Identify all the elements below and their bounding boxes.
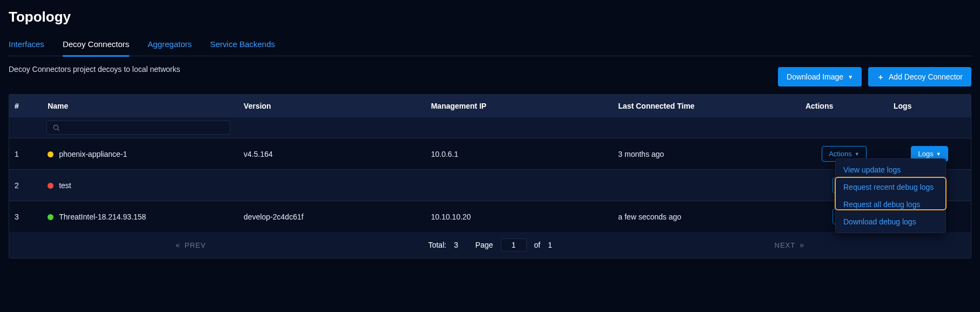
search-icon <box>52 124 60 131</box>
row-version <box>238 170 426 201</box>
menu-view-update-logs[interactable]: View update logs <box>836 161 945 178</box>
col-header-num[interactable]: # <box>9 95 42 117</box>
status-dot-icon <box>48 183 53 189</box>
tab-aggregators[interactable]: Aggregators <box>147 35 192 56</box>
name-search-input[interactable] <box>46 121 230 135</box>
add-connector-label: Add Decoy Connector <box>889 72 963 81</box>
download-image-button[interactable]: Download Image ▼ <box>778 67 862 87</box>
logs-label: Logs <box>918 150 933 158</box>
caret-down-icon: ▼ <box>848 74 853 80</box>
col-header-logs: Logs <box>888 95 971 117</box>
col-header-mgmt-ip[interactable]: Management IP <box>426 95 613 117</box>
row-num: 2 <box>9 170 42 201</box>
table-row: 2 test Ac <box>9 170 971 201</box>
row-ip <box>426 170 613 201</box>
row-name: test <box>59 181 71 190</box>
row-num: 3 <box>9 201 42 233</box>
row-time: 3 months ago <box>613 138 800 170</box>
caret-down-icon: ▼ <box>855 151 860 157</box>
row-num: 1 <box>9 138 42 170</box>
page-label: Page <box>475 241 493 249</box>
chevron-left-icon: « <box>176 241 180 249</box>
status-dot-icon <box>48 151 53 157</box>
of-label: of <box>534 241 541 249</box>
connectors-table-wrap: # Name Version Management IP Last Connec… <box>9 94 971 258</box>
col-header-last-connected[interactable]: Last Connected Time <box>613 95 800 117</box>
row-ip: 10.10.10.20 <box>426 201 613 233</box>
status-dot-icon <box>48 214 53 220</box>
total-label: Total: <box>428 241 446 249</box>
add-decoy-connector-button[interactable]: ＋ Add Decoy Connector <box>868 67 971 87</box>
svg-line-1 <box>58 129 59 131</box>
total-value: 3 <box>454 241 458 249</box>
table-row: 1 phoenix-appliance-1 v4.5.164 10.0.6.1 … <box>9 138 971 170</box>
tab-bar: Interfaces Decoy Connectors Aggregators … <box>9 35 971 56</box>
col-header-version[interactable]: Version <box>238 95 426 117</box>
plus-icon: ＋ <box>877 73 884 81</box>
menu-request-all-debug-logs[interactable]: Request all debug logs <box>836 196 945 213</box>
page-title: Topology <box>9 9 971 25</box>
download-image-label: Download Image <box>787 72 843 81</box>
row-time: a few seconds ago <box>613 201 800 233</box>
menu-request-recent-debug-logs[interactable]: Request recent debug logs <box>836 178 945 196</box>
caret-down-icon: ▼ <box>936 151 941 157</box>
next-page-button[interactable]: NEXT » <box>775 241 804 249</box>
connectors-table: # Name Version Management IP Last Connec… <box>9 95 971 258</box>
logs-dropdown-menu: View update logs Request recent debug lo… <box>835 158 946 233</box>
actions-label: Actions <box>829 150 852 158</box>
col-header-actions: Actions <box>800 95 888 117</box>
tab-decoy-connectors[interactable]: Decoy Connectors <box>63 35 129 57</box>
row-time <box>613 170 800 201</box>
chevron-right-icon: » <box>800 241 804 249</box>
row-name: ThreatIntel-18.214.93.158 <box>59 213 146 221</box>
prev-label: PREV <box>185 241 206 249</box>
next-label: NEXT <box>775 241 796 249</box>
row-version: v4.5.164 <box>238 138 426 170</box>
tab-interfaces[interactable]: Interfaces <box>9 35 44 56</box>
menu-download-debug-logs[interactable]: Download debug logs <box>836 213 945 230</box>
tab-description: Decoy Connectors project decoys to local… <box>9 64 180 74</box>
col-header-name[interactable]: Name <box>42 95 238 117</box>
tab-service-backends[interactable]: Service Backends <box>210 35 275 56</box>
table-row: 3 ThreatIntel-18.214.93.158 develop-2c4d… <box>9 201 971 233</box>
page-input[interactable] <box>501 238 527 251</box>
of-value: 1 <box>548 241 552 249</box>
row-version: develop-2c4dc61f <box>238 201 426 233</box>
row-name: phoenix-appliance-1 <box>59 150 127 158</box>
prev-page-button[interactable]: « PREV <box>176 241 206 249</box>
row-ip: 10.0.6.1 <box>426 138 613 170</box>
